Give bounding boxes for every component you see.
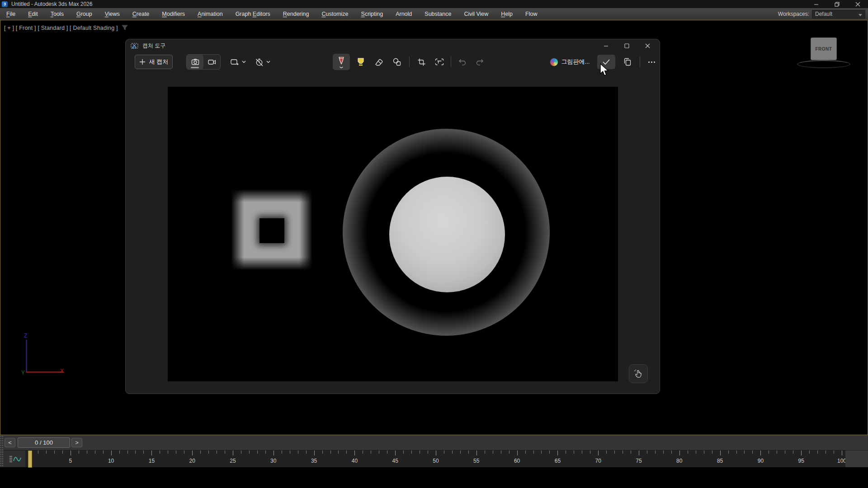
ruler-tick [557,450,558,455]
ruler-tick [184,450,184,454]
menu-item-customize[interactable]: Customize [315,8,354,20]
ruler-tick-label: 100 [837,458,846,464]
render-sphere [389,177,505,292]
ruler-tick [306,450,307,454]
minimize-button[interactable] [806,0,826,8]
new-capture-button[interactable]: 새 캡처 [135,55,173,69]
ruler-tick-label: 50 [433,458,439,464]
ruler-tick [274,450,274,455]
ruler-tick [379,450,379,454]
menu-item-views[interactable]: Views [99,8,126,20]
screenshot-mode-button[interactable] [187,55,203,69]
menu-item-group[interactable]: Group [70,8,99,20]
snipping-tool-icon [131,42,138,49]
menu-item-scripting[interactable]: Scripting [355,8,390,20]
ruler-tick [476,450,477,455]
snip-window-title: 캡처 도구 [142,42,165,50]
axis-y-label: Y [21,370,25,376]
menu-item-file[interactable]: File [0,8,22,20]
eraser-tool-button[interactable] [371,56,387,68]
ruler-tick [688,450,688,454]
ruler-tick [436,450,436,455]
3dsmax-logo-icon: 3 [2,1,8,7]
render-square-torus [231,189,312,270]
camera-icon [191,57,200,66]
close-button[interactable] [847,0,868,8]
menu-item-arnold[interactable]: Arnold [389,8,418,20]
ruler-tick [623,450,623,454]
timeline-ruler[interactable]: 0510152025303540455055606570758085909510… [25,450,845,468]
ballpoint-pen-tool-button[interactable] [333,54,350,70]
menu-item-substance[interactable]: Substance [418,8,458,20]
redo-button[interactable] [472,56,487,68]
menu-item-graph-editors[interactable]: Graph Editors [229,8,277,20]
see-more-button[interactable] [644,56,659,68]
capture-shape-dropdown[interactable] [227,56,248,68]
filter-funnel-icon[interactable] [122,24,128,32]
ruler-tick [241,450,241,454]
undo-icon [458,58,467,66]
crop-tool-button[interactable] [414,56,429,68]
timer-off-icon [255,57,264,67]
timer-dropdown[interactable] [251,56,274,68]
menu-item-animation[interactable]: Animation [191,8,229,20]
ruler-tick [468,450,469,454]
restore-button[interactable] [826,0,847,8]
ruler-tick [574,450,574,454]
edit-in-paint-button[interactable]: 그림판에... [545,55,594,69]
undo-button[interactable] [455,56,470,68]
resize-grip[interactable] [0,435,4,467]
ruler-tick [566,450,566,454]
ruler-tick [460,450,461,454]
menu-item-create[interactable]: Create [126,8,156,20]
viewcube[interactable]: FRONT [797,37,851,82]
ruler-tick [590,450,590,454]
ruler-tick [95,450,95,454]
timeline-end-panel [845,450,868,468]
ruler-tick [663,450,664,454]
ruler-tick [225,450,225,454]
ruler-tick [87,450,87,454]
ruler-tick [679,450,680,455]
ruler-tick-label: 85 [717,458,723,464]
video-record-mode-button[interactable] [203,55,220,69]
previous-frame-button[interactable]: < [5,438,15,447]
time-slider-frame-display[interactable]: 0 / 100 [18,437,70,448]
viewcube-front-face[interactable]: FRONT [811,38,837,60]
menu-item-flow[interactable]: Flow [519,8,543,20]
ruler-tick-label: 30 [270,458,276,464]
ruler-tick [420,450,420,454]
highlighter-tool-button[interactable] [353,56,368,68]
viewport-label[interactable]: [ + ] [ Front ] [ Standard ] [ Default S… [4,25,118,31]
copy-button[interactable] [619,56,636,68]
rectangle-mode-icon [230,57,240,66]
mini-curve-editor-button[interactable] [4,452,25,466]
shapes-tool-button[interactable] [389,56,405,68]
time-slider-marker[interactable] [28,450,32,468]
workspaces-dropdown[interactable]: Default [812,10,865,19]
ruler-tick [71,450,71,455]
text-actions-button[interactable] [432,56,447,68]
touch-writing-button[interactable] [629,364,648,383]
menu-item-rendering[interactable]: Rendering [277,8,316,20]
ruler-tick [338,450,339,454]
menu-item-edit[interactable]: Edit [22,8,44,20]
ruler-tick [79,450,79,454]
mouse-cursor [599,63,609,77]
menu-item-tools[interactable]: Tools [44,8,70,20]
ruler-tick [160,450,160,454]
menu-item-help[interactable]: Help [495,8,519,20]
ruler-tick [549,450,550,454]
menu-item-civil-view[interactable]: Civil View [458,8,495,20]
ruler-tick [444,450,444,454]
ruler-tick [452,450,453,454]
ruler-tick [233,450,233,455]
ruler-tick [62,450,63,454]
ruler-tick-label: 90 [758,458,764,464]
ruler-tick-label: 60 [514,458,520,464]
ruler-tick-label: 40 [352,458,358,464]
ruler-tick [696,450,696,454]
ruler-tick [704,450,704,454]
menu-item-modifiers[interactable]: Modifiers [156,8,191,20]
next-frame-button[interactable]: > [71,438,82,447]
